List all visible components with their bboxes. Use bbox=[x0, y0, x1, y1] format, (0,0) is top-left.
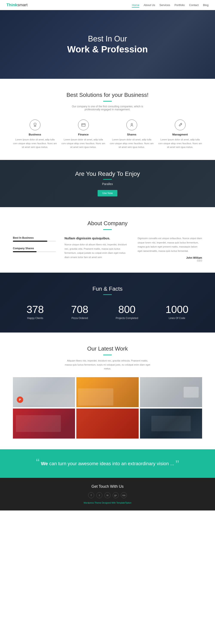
quote-section: “ We can turn your awesome ideas into an… bbox=[0, 449, 215, 478]
about-section: About Company Best In Business Company S… bbox=[0, 207, 215, 273]
feature-shares: Shares Lorem ipsum dolor sit amet, adip … bbox=[110, 120, 154, 149]
feature-business-title: Business bbox=[13, 133, 57, 136]
nav-links: Home About Us Services Portfolio Contact… bbox=[132, 3, 208, 7]
feature-management-title: Managment bbox=[158, 133, 202, 136]
work-item-2[interactable] bbox=[76, 377, 138, 407]
feature-shares-title: Shares bbox=[110, 133, 154, 136]
footer-title: Get Touch With Us bbox=[7, 484, 208, 489]
stat-business: Best In Business bbox=[13, 236, 56, 242]
about-center-title: Nullam dignissim quisquibus. bbox=[65, 236, 129, 240]
solutions-section: Best Solutions for your Business! Our co… bbox=[0, 79, 215, 160]
social-linkedin[interactable]: in bbox=[104, 492, 111, 498]
solutions-accent bbox=[103, 101, 112, 102]
fact-pizza-number: 708 bbox=[71, 304, 88, 315]
quote-text: “ We can turn your awesome ideas into an… bbox=[17, 460, 198, 467]
about-right-text: Dignissim convallis est uisque onfaucibu… bbox=[138, 236, 202, 253]
finance-icon bbox=[78, 120, 89, 130]
work-item-6[interactable] bbox=[140, 408, 202, 438]
navbar: Thinksmart Home About Us Services Portfo… bbox=[0, 0, 215, 10]
about-center-text: Nunce uisque dolor sit alisum libero nis… bbox=[65, 242, 129, 260]
fact-clients-number: 378 bbox=[27, 304, 44, 315]
progress-fill-shares bbox=[13, 251, 37, 252]
parallex-section: Are You Ready To Enjoy Parallex Use Now bbox=[0, 160, 215, 207]
work-item-3[interactable] bbox=[140, 377, 202, 407]
logo: Thinksmart bbox=[7, 2, 28, 7]
stat-shares-label: Company Shares bbox=[13, 247, 56, 250]
facts-title: Fun & Facts bbox=[13, 286, 202, 292]
about-accent bbox=[103, 229, 112, 230]
quote-we: We bbox=[41, 461, 48, 466]
social-rss[interactable]: rss bbox=[121, 492, 127, 498]
footer-note: Wordpress Theme Designed With TemplateTi… bbox=[7, 502, 208, 504]
social-icons: f t in g+ rss bbox=[7, 492, 208, 498]
feature-shares-desc: Lorem ipsum dolor sit amet, adip tulla c… bbox=[110, 138, 154, 149]
facts-grid: 378 Happy Clients 708 Pizza Ordered 800 … bbox=[13, 304, 202, 320]
parallex-accent bbox=[103, 179, 112, 180]
shares-icon bbox=[126, 120, 137, 130]
facts-section: Fun & Facts 378 Happy Clients 708 Pizza … bbox=[0, 273, 215, 332]
solutions-title: Best Solutions for your Business! bbox=[13, 92, 202, 98]
work-subtitle: Aliquam libero nisi, imperdet, tincidunt… bbox=[65, 359, 150, 371]
fact-projects: 800 Projects Completed bbox=[116, 304, 138, 320]
nav-portfolio[interactable]: Portfolio bbox=[174, 4, 185, 7]
feature-finance-title: Finance bbox=[61, 133, 105, 136]
nav-home[interactable]: Home bbox=[132, 4, 139, 8]
business-icon bbox=[30, 120, 40, 130]
fact-clients: 378 Happy Clients bbox=[27, 304, 44, 320]
about-role: CEO bbox=[138, 259, 202, 262]
stat-business-label: Best In Business bbox=[13, 236, 56, 239]
use-now-button[interactable]: Use Now bbox=[98, 190, 118, 196]
nav-services[interactable]: Services bbox=[159, 4, 170, 7]
work-section: Our Latest Work Aliquam libero nisi, imp… bbox=[0, 332, 215, 449]
nav-contact[interactable]: Contact bbox=[189, 4, 199, 7]
about-stats: Best In Business Company Shares bbox=[13, 236, 56, 262]
features-grid: Business Lorem ipsum dolor sit amet, adi… bbox=[13, 120, 202, 149]
fact-pizza-label: Pizza Ordered bbox=[71, 317, 88, 320]
nav-blog[interactable]: Blog bbox=[203, 4, 208, 7]
logo-smart: smart bbox=[18, 2, 28, 7]
footer-note-brand: TemplateTiption bbox=[116, 502, 131, 504]
fact-clients-label: Happy Clients bbox=[27, 317, 44, 320]
management-icon bbox=[175, 120, 185, 130]
fact-code-number: 1000 bbox=[165, 304, 188, 315]
social-facebook[interactable]: f bbox=[88, 492, 94, 498]
feature-business-desc: Lorem ipsum dolor sit amet, adip tulla c… bbox=[13, 138, 57, 149]
svg-line-5 bbox=[180, 124, 181, 125]
feature-finance-desc: Lorem ipsum dolor sit amet, adip tulla c… bbox=[61, 138, 105, 149]
feature-management-desc: Lorem ipsum dolor sit amet, adip tulla c… bbox=[158, 138, 202, 149]
work-title: Our Latest Work bbox=[13, 346, 202, 352]
fact-projects-label: Projects Completed bbox=[116, 317, 138, 320]
progress-bar-business bbox=[13, 241, 56, 242]
hero-line2: Work & Profession bbox=[67, 44, 148, 54]
work-accent bbox=[103, 355, 112, 355]
feature-finance: Finance Lorem ipsum dolor sit amet, adip… bbox=[61, 120, 105, 149]
fact-code-label: Lines Of Code bbox=[165, 317, 188, 320]
about-right: Dignissim convallis est uisque onfaucibu… bbox=[138, 236, 202, 262]
social-twitter[interactable]: t bbox=[96, 492, 102, 498]
svg-rect-1 bbox=[82, 124, 85, 126]
parallex-subtitle: Parallex bbox=[102, 182, 113, 186]
social-google[interactable]: g+ bbox=[113, 492, 119, 498]
about-center: Nullam dignissim quisquibus. Nunce uisqu… bbox=[65, 236, 129, 262]
work-item-4[interactable] bbox=[13, 408, 75, 438]
feature-business: Business Lorem ipsum dolor sit amet, adi… bbox=[13, 120, 57, 149]
quote-close: ” bbox=[175, 458, 179, 470]
hero-line1: Best In Our bbox=[88, 34, 127, 43]
facts-accent bbox=[103, 294, 112, 295]
work-item-1[interactable]: P bbox=[13, 377, 75, 407]
about-author: John William bbox=[138, 256, 202, 259]
logo-think: Think bbox=[7, 2, 18, 7]
about-title: About Company bbox=[13, 220, 202, 227]
footer-note-pre: Wordpress Theme Designed With bbox=[84, 502, 116, 504]
work-grid: P bbox=[13, 377, 202, 438]
stat-shares: Company Shares bbox=[13, 247, 56, 252]
nav-about[interactable]: About Us bbox=[144, 4, 155, 7]
progress-fill-business bbox=[13, 241, 47, 242]
solutions-subtitle: Our company is one of the first consulti… bbox=[65, 105, 150, 111]
fact-projects-number: 800 bbox=[116, 304, 138, 315]
hero-section: Best In Our Work & Profession bbox=[0, 10, 215, 79]
footer: Get Touch With Us f t in g+ rss Wordpres… bbox=[0, 478, 215, 510]
about-content: Best In Business Company Shares Nullam d… bbox=[13, 236, 202, 262]
work-item-5[interactable] bbox=[76, 408, 138, 438]
quote-open: “ bbox=[36, 456, 40, 468]
